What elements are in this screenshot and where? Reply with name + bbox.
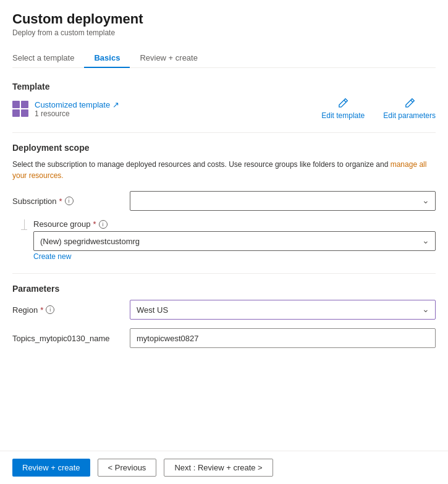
next-button[interactable]: Next : Review + create > (164, 459, 273, 477)
review-create-button[interactable]: Review + create (12, 459, 90, 477)
subscription-control (130, 191, 436, 211)
template-resource-count: 1 resource (35, 109, 119, 118)
subscription-row: Subscription * i (12, 191, 436, 211)
indent-line-h (21, 229, 27, 230)
scope-description-orange: manage all your resources. (12, 160, 426, 180)
external-link-icon: ↗ (112, 100, 119, 109)
deployment-scope-section: Deployment scope Select the subscription… (12, 143, 436, 261)
tab-basics[interactable]: Basics (84, 48, 130, 67)
tab-nav: Select a template Basics Review + create (12, 48, 436, 68)
template-section-heading: Template (12, 82, 436, 91)
resource-group-container: Resource group * i (New) spegridwestcust… (12, 219, 436, 261)
parameters-heading: Parameters (12, 284, 436, 294)
region-row: Region * i West US (12, 300, 436, 320)
resource-group-info-icon[interactable]: i (99, 220, 108, 229)
resource-group-select-wrapper: (New) spegridwestcustomrg (33, 231, 436, 251)
region-required: * (40, 305, 43, 315)
topic-row: Topics_mytopic0130_name (12, 328, 436, 348)
edit-parameters-button[interactable]: Edit parameters (383, 98, 436, 120)
previous-button[interactable]: < Previous (98, 459, 157, 477)
template-icon-sq3 (12, 109, 20, 117)
page-subtitle: Deploy from a custom template (12, 28, 436, 37)
region-select-wrapper: West US (130, 300, 436, 320)
topic-control (130, 328, 436, 348)
subscription-select[interactable] (130, 191, 436, 211)
subscription-label: Subscription * i (12, 197, 124, 206)
edit-template-button[interactable]: Edit template (321, 98, 365, 120)
resource-group-inner: Resource group * i (New) spegridwestcust… (33, 219, 436, 261)
template-icon-sq4 (21, 109, 28, 117)
template-card: Customized template ↗ 1 resource Edit te… (12, 98, 436, 120)
deployment-scope-heading: Deployment scope (12, 143, 436, 153)
footer: Review + create < Previous Next : Review… (0, 451, 448, 484)
template-icon-sq1 (12, 101, 20, 108)
indent-line-top (24, 219, 25, 229)
indent-connector (21, 219, 27, 261)
tab-select-template[interactable]: Select a template (12, 48, 84, 67)
template-actions: Edit template Edit parameters (321, 98, 436, 120)
create-new-link[interactable]: Create new (33, 252, 436, 261)
template-icon (12, 101, 28, 117)
resource-group-required: * (93, 219, 96, 229)
region-info-icon[interactable]: i (46, 305, 54, 314)
region-label: Region * i (12, 305, 124, 315)
topic-input[interactable] (130, 328, 436, 348)
parameters-section: Parameters Region * i West US Topics_myt… (12, 284, 436, 348)
topic-label: Topics_mytopic0130_name (12, 334, 124, 343)
subscription-select-wrapper (130, 191, 436, 211)
region-select[interactable]: West US (130, 300, 436, 320)
template-link[interactable]: Customized template ↗ (35, 100, 119, 109)
template-info: Customized template ↗ 1 resource (35, 100, 119, 118)
tab-review-create[interactable]: Review + create (130, 48, 208, 67)
scope-description: Select the subscription to manage deploy… (12, 159, 436, 181)
subscription-required: * (59, 197, 62, 206)
resource-group-label: Resource group (33, 219, 91, 229)
template-icon-sq2 (21, 101, 28, 108)
divider2 (12, 273, 436, 274)
resource-group-select[interactable]: (New) spegridwestcustomrg (33, 231, 436, 251)
page-title: Custom deployment (12, 11, 436, 27)
divider1 (12, 132, 436, 133)
region-control: West US (130, 300, 436, 320)
template-section: Template Customized template ↗ 1 resourc… (12, 82, 436, 120)
resource-group-label-row: Resource group * i (33, 219, 436, 229)
subscription-info-icon[interactable]: i (65, 197, 74, 205)
template-left: Customized template ↗ 1 resource (12, 100, 119, 118)
